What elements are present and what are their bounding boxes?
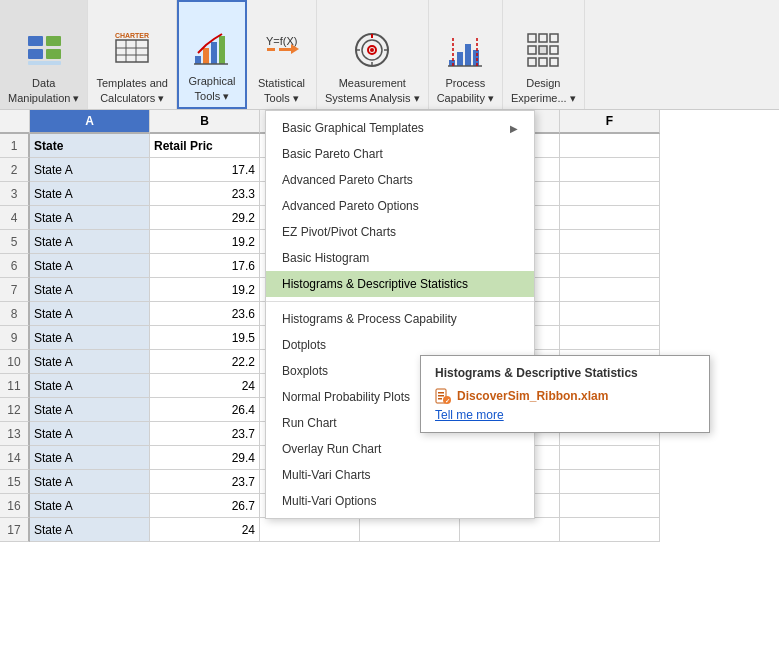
dropdown-label-multi-vari-options: Multi-Vari Options (282, 494, 376, 508)
cell-12-a[interactable]: State A (30, 398, 150, 422)
cell-16-a[interactable]: State A (30, 494, 150, 518)
cell-4-a[interactable]: State A (30, 206, 150, 230)
ribbon-group-design-experiments[interactable]: DesignExperime... ▾ (503, 0, 585, 109)
svg-rect-40 (550, 46, 558, 54)
tooltip-link[interactable]: Tell me more (435, 408, 695, 422)
cell-7-f[interactable] (560, 278, 660, 302)
cell-17-a[interactable]: State A (30, 518, 150, 542)
cell-15-b[interactable]: 23.7 (150, 470, 260, 494)
dropdown-item-advanced-pareto-charts[interactable]: Advanced Pareto Charts (266, 167, 534, 193)
cell-9-f[interactable] (560, 326, 660, 350)
svg-rect-37 (550, 58, 558, 66)
cell-10-a[interactable]: State A (30, 350, 150, 374)
cell-7-a[interactable]: State A (30, 278, 150, 302)
svg-rect-31 (473, 50, 479, 66)
cell-17-f[interactable] (560, 518, 660, 542)
cell-6-a[interactable]: State A (30, 254, 150, 278)
cell-7-b[interactable]: 19.2 (150, 278, 260, 302)
dropdown-label-basic-pareto-chart: Basic Pareto Chart (282, 147, 383, 161)
cell-15-f[interactable] (560, 470, 660, 494)
cell-16-b[interactable]: 26.7 (150, 494, 260, 518)
row-header-13: 13 (0, 422, 30, 446)
dropdown-item-histograms-descriptive-stats[interactable]: Histograms & Descriptive Statistics (266, 271, 534, 297)
cell-1-f[interactable] (560, 134, 660, 158)
cell-8-f[interactable] (560, 302, 660, 326)
dropdown-menu: Basic Graphical Templates▶Basic Pareto C… (265, 110, 535, 519)
row-header-16: 16 (0, 494, 30, 518)
cell-2-f[interactable] (560, 158, 660, 182)
cell-9-b[interactable]: 19.5 (150, 326, 260, 350)
row-header-11: 11 (0, 374, 30, 398)
svg-rect-43 (550, 34, 558, 42)
ribbon-group-data-manipulation[interactable]: DataManipulation ▾ (0, 0, 88, 109)
templates-label: Templates andCalculators ▾ (96, 76, 168, 105)
cell-1-b[interactable]: Retail Pric (150, 134, 260, 158)
cell-12-b[interactable]: 26.4 (150, 398, 260, 422)
cell-13-a[interactable]: State A (30, 422, 150, 446)
cell-2-b[interactable]: 17.4 (150, 158, 260, 182)
row-header-12: 12 (0, 398, 30, 422)
dropdown-item-histograms-process-capability[interactable]: Histograms & Process Capability (266, 306, 534, 332)
cell-13-b[interactable]: 23.7 (150, 422, 260, 446)
svg-rect-29 (457, 52, 463, 66)
dropdown-label-multi-vari-charts: Multi-Vari Charts (282, 468, 370, 482)
row-header-8: 8 (0, 302, 30, 326)
cell-6-f[interactable] (560, 254, 660, 278)
dropdown-item-ez-pivot-charts[interactable]: EZ Pivot/Pivot Charts (266, 219, 534, 245)
svg-rect-45 (438, 392, 444, 394)
dropdown-label-overlay-run-chart: Overlay Run Chart (282, 442, 381, 456)
svg-rect-38 (528, 46, 536, 54)
dropdown-item-basic-graphical-templates[interactable]: Basic Graphical Templates▶ (266, 115, 534, 141)
dropdown-item-basic-histogram[interactable]: Basic Histogram (266, 245, 534, 271)
svg-rect-28 (449, 60, 455, 66)
cell-14-f[interactable] (560, 446, 660, 470)
dropdown-container: Basic Graphical Templates▶Basic Pareto C… (265, 110, 535, 519)
dropdown-label-basic-histogram: Basic Histogram (282, 251, 369, 265)
cell-10-b[interactable]: 22.2 (150, 350, 260, 374)
cell-9-a[interactable]: State A (30, 326, 150, 350)
ribbon-group-templates[interactable]: CHARTER Templates andCalculators ▾ (88, 0, 177, 109)
ribbon-group-process-capability[interactable]: ProcessCapability ▾ (429, 0, 503, 109)
cell-17-b[interactable]: 24 (150, 518, 260, 542)
cell-4-f[interactable] (560, 206, 660, 230)
col-header-a[interactable]: A (30, 110, 150, 134)
cell-5-a[interactable]: State A (30, 230, 150, 254)
statistical-tools-icon: Y=f(X) (257, 26, 305, 74)
dropdown-item-multi-vari-charts[interactable]: Multi-Vari Charts (266, 462, 534, 488)
col-header-b[interactable]: B (150, 110, 260, 134)
cell-16-f[interactable] (560, 494, 660, 518)
cell-17-d[interactable] (360, 518, 460, 542)
dropdown-item-basic-pareto-chart[interactable]: Basic Pareto Chart (266, 141, 534, 167)
svg-rect-14 (219, 36, 225, 64)
cell-17-e[interactable] (460, 518, 560, 542)
cell-11-b[interactable]: 24 (150, 374, 260, 398)
col-header-f[interactable]: F (560, 110, 660, 134)
cell-5-f[interactable] (560, 230, 660, 254)
ribbon-group-graphical-tools[interactable]: GraphicalTools ▾ (177, 0, 247, 109)
cell-3-a[interactable]: State A (30, 182, 150, 206)
cell-14-b[interactable]: 29.4 (150, 446, 260, 470)
ribbon-group-statistical-tools[interactable]: Y=f(X) StatisticalTools ▾ (247, 0, 317, 109)
svg-rect-1 (28, 49, 43, 59)
cell-14-a[interactable]: State A (30, 446, 150, 470)
cell-6-b[interactable]: 17.6 (150, 254, 260, 278)
svg-rect-36 (539, 58, 547, 66)
cell-5-b[interactable]: 19.2 (150, 230, 260, 254)
cell-11-a[interactable]: State A (30, 374, 150, 398)
cell-15-a[interactable]: State A (30, 470, 150, 494)
dropdown-item-overlay-run-chart[interactable]: Overlay Run Chart (266, 436, 534, 462)
cell-3-f[interactable] (560, 182, 660, 206)
dropdown-item-multi-vari-options[interactable]: Multi-Vari Options (266, 488, 534, 514)
cell-8-a[interactable]: State A (30, 302, 150, 326)
tooltip-file: ✓ DiscoverSim_Ribbon.xlam (435, 388, 695, 404)
cell-1-a[interactable]: State (30, 134, 150, 158)
ribbon-group-msa[interactable]: MeasurementSystems Analysis ▾ (317, 0, 429, 109)
svg-rect-3 (46, 49, 61, 59)
cell-3-b[interactable]: 23.3 (150, 182, 260, 206)
dropdown-label-histograms-descriptive-stats: Histograms & Descriptive Statistics (282, 277, 468, 291)
cell-8-b[interactable]: 23.6 (150, 302, 260, 326)
cell-4-b[interactable]: 29.2 (150, 206, 260, 230)
cell-2-a[interactable]: State A (30, 158, 150, 182)
cell-17-c[interactable] (260, 518, 360, 542)
dropdown-item-advanced-pareto-options[interactable]: Advanced Pareto Options (266, 193, 534, 219)
